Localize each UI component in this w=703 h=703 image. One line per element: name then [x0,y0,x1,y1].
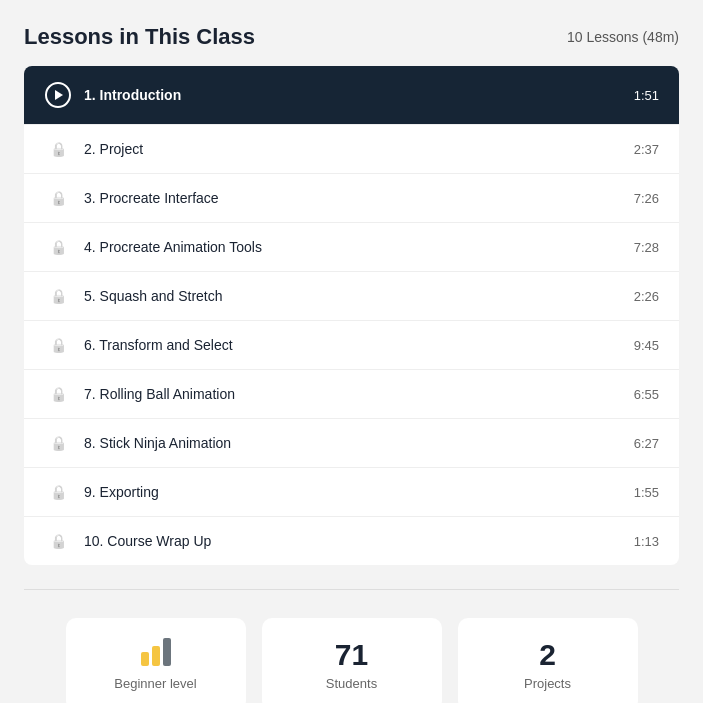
lesson-duration-4: 2:26 [634,289,659,304]
lock-icon: 🔒 [44,484,72,500]
lesson-title-2: 3. Procreate Interface [72,190,634,206]
page-title: Lessons in This Class [24,24,255,50]
stats-section: Beginner level 71 Students 2 Projects [24,618,679,703]
lesson-item-1[interactable]: 🔒2. Project2:37 [24,125,679,174]
lesson-title-4: 5. Squash and Stretch [72,288,634,304]
lock-icon: 🔒 [44,239,72,255]
lock-icon: 🔒 [44,533,72,549]
lesson-title-1: 2. Project [72,141,634,157]
lesson-title-6: 7. Rolling Ball Animation [72,386,634,402]
lesson-title-3: 4. Procreate Animation Tools [72,239,634,255]
lesson-title-0: 1. Introduction [72,87,634,103]
level-label: Beginner level [114,676,196,691]
stat-card-level: Beginner level [66,618,246,703]
lesson-item-7[interactable]: 🔒8. Stick Ninja Animation6:27 [24,419,679,468]
lesson-item-3[interactable]: 🔒4. Procreate Animation Tools7:28 [24,223,679,272]
lesson-item-2[interactable]: 🔒3. Procreate Interface7:26 [24,174,679,223]
lock-icon: 🔒 [44,435,72,451]
lesson-duration-6: 6:55 [634,387,659,402]
projects-number: 2 [539,638,556,672]
lesson-item-5[interactable]: 🔒6. Transform and Select9:45 [24,321,679,370]
bars-chart-icon [141,638,171,666]
lesson-item-8[interactable]: 🔒9. Exporting1:55 [24,468,679,517]
lesson-item-9[interactable]: 🔒10. Course Wrap Up1:13 [24,517,679,565]
lesson-duration-5: 9:45 [634,338,659,353]
lock-icon: 🔒 [44,386,72,402]
lesson-title-5: 6. Transform and Select [72,337,634,353]
play-icon [44,82,72,108]
lesson-duration-2: 7:26 [634,191,659,206]
lesson-item-4[interactable]: 🔒5. Squash and Stretch2:26 [24,272,679,321]
lock-icon: 🔒 [44,141,72,157]
page-container: Lessons in This Class 10 Lessons (48m) 1… [0,0,703,703]
lesson-title-7: 8. Stick Ninja Animation [72,435,634,451]
lesson-item-0[interactable]: 1. Introduction1:51 [24,66,679,125]
lesson-title-8: 9. Exporting [72,484,634,500]
bar-3 [163,638,171,666]
stat-card-students: 71 Students [262,618,442,703]
lesson-duration-0: 1:51 [634,88,659,103]
bar-2 [152,646,160,666]
lock-icon: 🔒 [44,337,72,353]
lesson-duration-9: 1:13 [634,534,659,549]
bar-1 [141,652,149,666]
lesson-item-6[interactable]: 🔒7. Rolling Ball Animation6:55 [24,370,679,419]
lesson-count: 10 Lessons (48m) [567,29,679,45]
projects-label: Projects [524,676,571,691]
divider [24,589,679,590]
lessons-list: 1. Introduction1:51🔒2. Project2:37🔒3. Pr… [24,66,679,565]
lessons-header: Lessons in This Class 10 Lessons (48m) [24,24,679,50]
students-number: 71 [335,638,368,672]
students-label: Students [326,676,377,691]
lesson-duration-8: 1:55 [634,485,659,500]
lesson-title-9: 10. Course Wrap Up [72,533,634,549]
lock-icon: 🔒 [44,288,72,304]
stat-card-projects: 2 Projects [458,618,638,703]
lesson-duration-7: 6:27 [634,436,659,451]
lock-icon: 🔒 [44,190,72,206]
lesson-duration-1: 2:37 [634,142,659,157]
lesson-duration-3: 7:28 [634,240,659,255]
